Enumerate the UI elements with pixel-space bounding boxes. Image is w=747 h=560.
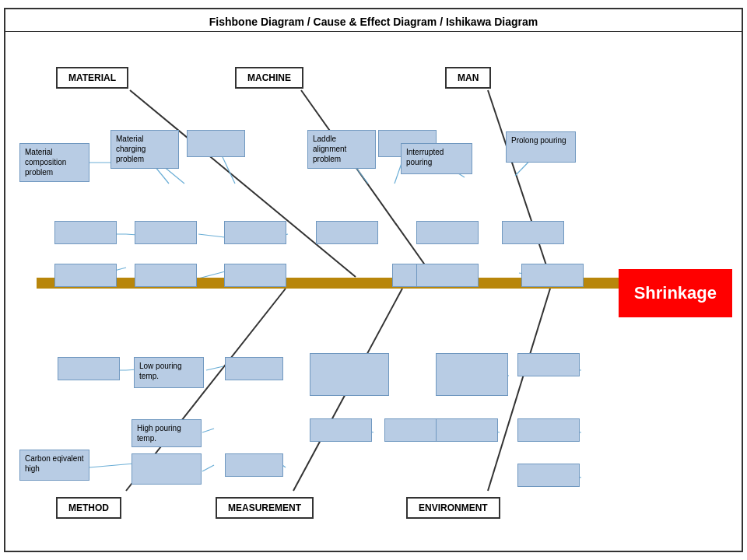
category-man: MAN <box>445 67 491 89</box>
cause-meth6 <box>225 357 283 380</box>
cause-meas2 <box>310 418 372 442</box>
category-method: METHOD <box>56 497 121 519</box>
svg-line-31 <box>202 429 214 432</box>
category-material: MATERIAL <box>56 67 128 89</box>
cause-meth2: Carbon eqivalent high <box>19 450 89 481</box>
cause-mac3 <box>316 221 378 244</box>
cause-env2 <box>517 353 580 376</box>
cause-meth7 <box>225 453 283 477</box>
cause-mat1: Material composition problem <box>19 143 89 182</box>
cause-man1: Interrupted pouring <box>401 143 472 174</box>
cause-mat6 <box>224 221 286 244</box>
cause-env3 <box>436 418 498 442</box>
svg-line-1 <box>301 90 433 277</box>
cause-meas1 <box>310 353 389 396</box>
cause-man3 <box>416 221 479 244</box>
diagram-body: Shrinkage MATERIAL MACHINE MAN METHOD ME… <box>5 32 742 545</box>
cause-man6 <box>416 264 479 287</box>
effect-box: Shrinkage <box>619 269 732 317</box>
cause-mat4 <box>54 221 117 244</box>
cause-meth1: Low pouring temp. <box>134 357 204 388</box>
cause-env5 <box>517 464 580 487</box>
cause-meth4 <box>132 453 202 485</box>
cause-env4 <box>517 418 580 442</box>
cause-mat7 <box>54 264 117 287</box>
cause-mat9 <box>224 264 286 287</box>
cause-mat5 <box>135 221 197 244</box>
cause-mat3 <box>187 130 245 157</box>
cause-meth3: High pouring temp. <box>132 419 202 447</box>
cause-env1 <box>436 353 508 396</box>
category-measurement: MEASUREMENT <box>216 497 314 519</box>
svg-line-30 <box>89 464 134 467</box>
diagram-title: Fishbone Diagram / Cause & Effect Diagra… <box>5 9 742 32</box>
cause-mat2: Material charging problem <box>110 130 179 169</box>
cause-man5 <box>521 264 584 287</box>
category-machine: MACHINE <box>235 67 303 89</box>
diagram-container: Fishbone Diagram / Cause & Effect Diagra… <box>4 8 743 552</box>
svg-line-0 <box>130 90 356 277</box>
cause-man4 <box>502 221 564 244</box>
cause-mac1: Laddle alignment problem <box>307 130 376 169</box>
cause-meth5 <box>58 357 120 380</box>
cause-man2: Prolong pouring <box>506 131 576 163</box>
cause-mat8 <box>135 264 197 287</box>
cause-meas3 <box>384 418 443 442</box>
svg-line-2 <box>488 90 550 277</box>
svg-line-29 <box>206 366 223 370</box>
svg-line-32 <box>202 465 214 471</box>
category-environment: ENVIRONMENT <box>406 497 500 519</box>
